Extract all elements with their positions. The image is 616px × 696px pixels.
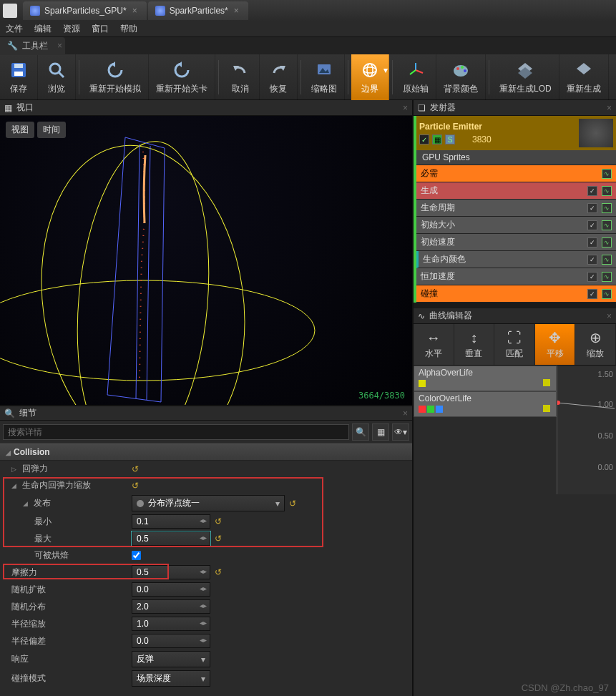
restart-level-button[interactable]: 重新开始关卡 xyxy=(149,54,215,100)
grid-view-button[interactable]: ▦ xyxy=(372,423,389,441)
color-swatch[interactable] xyxy=(543,379,550,386)
reset-icon[interactable]: ↺ xyxy=(132,481,139,491)
restart-sim-button[interactable]: 重新开始模拟 xyxy=(82,54,149,100)
search-button[interactable]: 🔍 xyxy=(352,423,369,441)
module-checkbox[interactable]: ✓ xyxy=(587,272,597,282)
color-swatch[interactable] xyxy=(419,380,426,387)
module-row[interactable]: 生命周期✓∿ xyxy=(416,200,616,217)
arrow-icon[interactable]: ▷ xyxy=(11,466,16,473)
menu-window[interactable]: 窗口 xyxy=(92,23,109,35)
curve-icon[interactable]: ∿ xyxy=(602,203,612,213)
regen-button[interactable]: 重新生成 xyxy=(559,54,609,100)
color-swatch[interactable] xyxy=(436,406,443,413)
module-checkbox[interactable]: ✓ xyxy=(587,255,597,265)
friction-input[interactable]: 0.5◂▸ xyxy=(132,565,210,579)
curve-icon[interactable]: ∿ xyxy=(602,289,612,299)
emitter-checkbox[interactable]: ▦ xyxy=(432,134,442,144)
browse-button[interactable]: 浏览 xyxy=(38,54,76,100)
module-row[interactable]: 碰撞✓∿ xyxy=(416,285,616,303)
reset-icon[interactable]: ↺ xyxy=(215,516,222,526)
eye-button[interactable]: 👁▾ xyxy=(392,423,409,441)
arrow-icon[interactable]: ◢ xyxy=(11,482,16,489)
save-button[interactable]: 保存 xyxy=(0,54,38,100)
curve-icon[interactable]: ∿ xyxy=(602,220,612,230)
emitter-header[interactable]: Particle Emitter ✓ ▦ S 3830 xyxy=(416,116,616,150)
bgcolor-button[interactable]: 背景颜色 xyxy=(436,54,486,100)
origin-axis-button[interactable]: 原始轴 xyxy=(396,54,436,100)
redo-button[interactable]: 恢复 xyxy=(260,54,298,100)
collision-mode-dropdown[interactable]: 场景深度▾ xyxy=(132,670,210,687)
module-checkbox[interactable]: ✓ xyxy=(587,186,597,196)
gpu-sprites-label[interactable]: GPU Sprites xyxy=(416,150,616,165)
undo-button[interactable]: 取消 xyxy=(222,54,260,100)
spinner-icon[interactable]: ◂▸ xyxy=(200,516,207,524)
curve-icon[interactable]: ∿ xyxy=(602,255,612,265)
arrow-icon[interactable]: ◢ xyxy=(23,500,28,507)
random-distrib-input[interactable]: 2.0◂▸ xyxy=(132,599,210,614)
distrib-dropdown[interactable]: 分布浮点统一▾ xyxy=(132,495,285,511)
menu-asset[interactable]: 资源 xyxy=(63,23,80,35)
min-input[interactable]: 0.1◂▸ xyxy=(132,514,210,529)
module-row[interactable]: 必需∿ xyxy=(416,165,616,182)
max-input[interactable]: 0.5◂▸ xyxy=(132,531,210,546)
module-row[interactable]: 恒加速度✓∿ xyxy=(416,268,616,285)
color-swatch[interactable] xyxy=(427,406,434,413)
toolbar-tab[interactable]: 🔧 工具栏 × xyxy=(0,37,65,55)
spinner-icon[interactable]: ◂▸ xyxy=(200,602,207,609)
category-header[interactable]: ◢Collision xyxy=(0,443,412,461)
module-row[interactable]: 生命内颜色✓∿ xyxy=(416,251,616,268)
curve-item[interactable]: ColorOverLife xyxy=(414,391,557,417)
curve-icon[interactable]: ∿ xyxy=(602,186,612,196)
spinner-icon[interactable]: ◂▸ xyxy=(200,636,207,644)
bounds-button[interactable]: 边界▾ xyxy=(351,54,389,100)
menu-edit[interactable]: 编辑 xyxy=(34,23,52,35)
close-icon[interactable]: × xyxy=(607,103,612,113)
module-row[interactable]: 初始速度✓∿ xyxy=(416,234,616,251)
document-tab[interactable]: SparkParticles_GPU* × xyxy=(23,1,147,20)
curve-fit-button[interactable]: ⛶匹配 xyxy=(494,324,535,365)
document-tab[interactable]: SparkParticles* × xyxy=(148,1,248,20)
module-checkbox[interactable]: ✓ xyxy=(587,289,597,299)
random-spread-input[interactable]: 0.0◂▸ xyxy=(132,582,210,597)
color-swatch[interactable] xyxy=(543,405,550,412)
curve-graph[interactable]: 1.50 1.00 0.50 0.00 xyxy=(557,366,616,494)
curve-icon[interactable]: ∿ xyxy=(602,169,612,179)
color-swatch[interactable] xyxy=(419,406,426,413)
reset-icon[interactable]: ↺ xyxy=(215,534,222,544)
curve-tab[interactable]: ∿ 曲线编辑器 × xyxy=(414,308,616,324)
chevron-down-icon[interactable]: ▾ xyxy=(383,65,388,75)
viewport-tab[interactable]: ▦ 视口 × xyxy=(0,100,412,116)
spinner-icon[interactable]: ◂▸ xyxy=(200,534,207,541)
reset-icon[interactable]: ↺ xyxy=(289,499,296,509)
bakeable-checkbox[interactable] xyxy=(132,551,141,560)
radius-scale-input[interactable]: 1.0◂▸ xyxy=(132,617,210,631)
module-checkbox[interactable]: ✓ xyxy=(587,220,597,230)
close-icon[interactable]: × xyxy=(403,103,408,113)
module-checkbox[interactable]: ✓ xyxy=(587,237,597,247)
close-icon[interactable]: × xyxy=(132,6,142,16)
search-input[interactable] xyxy=(3,424,349,440)
close-icon[interactable]: × xyxy=(234,6,244,16)
curve-vert-button[interactable]: ↕垂直 xyxy=(454,324,495,365)
module-checkbox[interactable]: ✓ xyxy=(587,203,597,213)
regen-lod-button[interactable]: 重新生成LOD xyxy=(492,54,559,100)
menu-help[interactable]: 帮助 xyxy=(120,23,137,35)
close-icon[interactable]: × xyxy=(607,311,612,321)
spinner-icon[interactable]: ◂▸ xyxy=(200,619,207,627)
emitter-tab[interactable]: ❏ 发射器 × xyxy=(414,100,616,116)
curve-horiz-button[interactable]: ↔水平 xyxy=(414,324,454,365)
details-tab[interactable]: 🔍 细节 × xyxy=(0,405,412,421)
reset-icon[interactable]: ↺ xyxy=(215,567,222,577)
radius-bias-input[interactable]: 0.0◂▸ xyxy=(132,634,210,648)
solo-button[interactable]: S xyxy=(445,134,455,144)
curve-icon[interactable]: ∿ xyxy=(602,237,612,247)
curve-pan-button[interactable]: ✥平移 xyxy=(535,324,576,365)
response-dropdown[interactable]: 反弹▾ xyxy=(132,651,210,667)
emitter-checkbox[interactable]: ✓ xyxy=(419,134,429,144)
thumbnail-button[interactable]: 缩略图 xyxy=(304,54,345,100)
spinner-icon[interactable]: ◂▸ xyxy=(200,567,207,575)
close-icon[interactable]: × xyxy=(57,41,62,51)
spinner-icon[interactable]: ◂▸ xyxy=(200,584,207,592)
curve-zoom-button[interactable]: ⊕缩放 xyxy=(575,324,616,365)
module-row[interactable]: 生成✓∿ xyxy=(416,182,616,200)
